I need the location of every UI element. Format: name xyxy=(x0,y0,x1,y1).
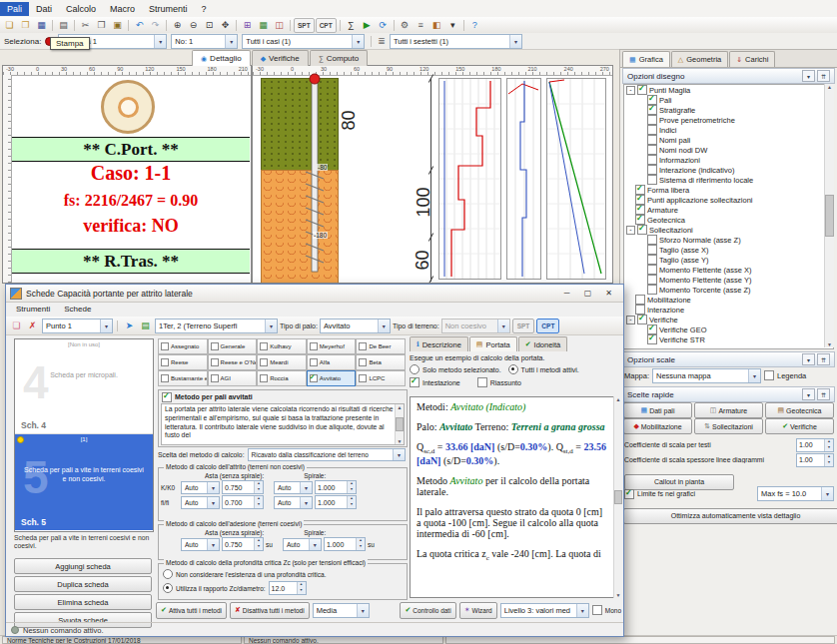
save-icon[interactable]: ▦ xyxy=(34,19,49,32)
checkbox[interactable] xyxy=(260,358,268,366)
tab-dettaglio[interactable]: ◉Dettaglio xyxy=(192,50,251,66)
method-assegnato[interactable]: Assegnato xyxy=(158,338,208,354)
strato-icon[interactable]: ▤ xyxy=(138,320,153,332)
geotecnica-button[interactable]: ▤Geotecnica xyxy=(765,402,834,418)
checkbox[interactable] xyxy=(647,165,657,175)
max-fs-select[interactable]: Max fs = 10.0 ▾ xyxy=(757,486,834,501)
sidebar-tab-carichi[interactable]: ⇓Carichi xyxy=(729,51,775,67)
riassunto-checkbox[interactable] xyxy=(477,377,487,387)
vai-icon[interactable]: ➤ xyxy=(122,320,137,332)
dialog-menu-schede[interactable]: Schede xyxy=(58,304,97,315)
tree-item-verifiche-str[interactable]: Verifiche STR xyxy=(624,334,833,344)
coeff-testi-spinner[interactable]: 1.00 ▲▼ xyxy=(796,438,834,452)
auto-select[interactable]: Auto▾ xyxy=(181,538,220,551)
tree-item-taglio-asse-x[interactable]: Taglio (asse X) xyxy=(624,245,833,255)
method-generale[interactable]: Generale xyxy=(208,338,258,354)
checkbox[interactable] xyxy=(647,285,657,295)
spinner-arrows[interactable]: ▲▼ xyxy=(297,582,306,594)
cpt-toggle[interactable]: CPT xyxy=(316,18,337,33)
grid-icon[interactable]: ⊞ xyxy=(240,19,255,32)
table-icon[interactable]: ▦ xyxy=(256,19,271,32)
checkbox[interactable] xyxy=(310,342,318,350)
method-meardi[interactable]: Meardi xyxy=(257,354,307,370)
menu-macro[interactable]: Macro xyxy=(103,2,142,16)
checkbox[interactable] xyxy=(359,374,367,382)
casi-select[interactable]: Tutti i casi (1) ▾ xyxy=(242,34,365,49)
media-select[interactable]: Media ▾ xyxy=(313,603,370,618)
auto-select[interactable]: Auto▾ xyxy=(274,481,313,494)
duplica-scheda-button[interactable]: Duplica scheda xyxy=(14,576,152,592)
help-icon[interactable]: ? xyxy=(467,19,482,32)
method-reese-e-o-neill[interactable]: Reese e O'Neill xyxy=(208,354,258,370)
method-agi[interactable]: AGI xyxy=(208,370,258,386)
tree-item-sforzo-normale-asse-z[interactable]: Sforzo Normale (asse Z) xyxy=(624,235,833,245)
value-spinner[interactable]: 0.750▲▼ xyxy=(222,480,264,494)
result-tab-descrizione[interactable]: ℹDescrizione xyxy=(410,336,468,351)
spt-toggle[interactable]: SPT xyxy=(294,18,315,33)
verifiche-button[interactable]: ✔Verifiche xyxy=(765,418,834,434)
checkbox[interactable] xyxy=(161,374,169,382)
mono-checkbox[interactable] xyxy=(592,605,602,615)
run-icon[interactable]: ▶ xyxy=(360,19,375,32)
scrollbar[interactable]: ▲▼ xyxy=(395,404,404,444)
tree-scrollbar[interactable]: ▲ ▼ xyxy=(824,84,834,347)
auto-select[interactable]: Auto▾ xyxy=(283,538,322,551)
checkbox[interactable] xyxy=(647,105,657,115)
tipo-palo-select[interactable]: Avvitato ▾ xyxy=(320,319,391,333)
checkbox[interactable] xyxy=(211,342,219,350)
mappa-select[interactable]: Nessuna mappa ▾ xyxy=(652,368,761,383)
sidebar-tab-geometria[interactable]: △Geometria xyxy=(671,51,728,67)
spinner-arrows[interactable]: ▲▼ xyxy=(254,481,263,493)
menu-dati[interactable]: Dati xyxy=(29,2,59,16)
settings-icon[interactable]: ⚙ xyxy=(398,19,413,32)
value-spinner[interactable]: 1.000▲▼ xyxy=(315,480,357,494)
cut-icon[interactable]: ✂ xyxy=(78,19,93,32)
dialog-menu-strumenti[interactable]: Strumenti xyxy=(10,304,56,315)
checkbox[interactable] xyxy=(647,255,657,265)
method-de-beer[interactable]: De Beer xyxy=(356,338,406,354)
tree-item-interazione[interactable]: Interazione xyxy=(624,305,833,315)
checkbox[interactable] xyxy=(310,374,318,382)
mobilitazione-button[interactable]: ◆Mobilitazione xyxy=(623,418,692,434)
tree-item-sistema-di-riferimento-locale[interactable]: Sistema di riferimento locale xyxy=(624,175,833,185)
dialog-titlebar[interactable]: Schede Capacità portante per attrito lat… xyxy=(6,285,623,303)
tipo-terreno-select[interactable]: Non coesivo ▾ xyxy=(441,319,510,333)
livello-select[interactable]: Livello 3: valori med ▾ xyxy=(500,603,589,618)
tree-item-taglio-asse-y[interactable]: Taglio (asse Y) xyxy=(624,255,833,265)
spinner-arrows[interactable]: ▲▼ xyxy=(356,538,365,550)
section-scelte-rapide[interactable]: Scelte rapide ▾ ⇈ xyxy=(622,386,835,402)
checkbox[interactable] xyxy=(359,342,367,350)
solo-metodo-radio[interactable] xyxy=(410,364,419,374)
checkbox[interactable] xyxy=(647,145,657,155)
checkbox[interactable] xyxy=(211,358,219,366)
result-tab-idoneita[interactable]: ✔Idoneità xyxy=(518,336,568,351)
expand-icon[interactable]: - xyxy=(626,316,635,324)
layers-icon[interactable]: ≡ xyxy=(414,19,428,32)
checkbox[interactable] xyxy=(635,295,645,305)
method-kulhavy[interactable]: Kulhavy xyxy=(257,338,307,354)
elimina-scheda-button[interactable]: Elimina scheda xyxy=(14,594,152,610)
tree-item-mobilitazione[interactable]: Mobilitazione xyxy=(624,295,833,305)
intestazione-checkbox[interactable] xyxy=(410,377,419,387)
value-spinner[interactable]: 1.000▲▼ xyxy=(324,537,366,551)
expand-icon[interactable]: - xyxy=(626,86,635,95)
diagram-icon[interactable]: ◫ xyxy=(272,19,287,32)
scroll-down-icon[interactable]: ▼ xyxy=(827,341,832,347)
tree-item-interazione-indicativo[interactable]: Interazione (indicativo) xyxy=(624,165,833,175)
value-spinner[interactable]: 0.750▲▼ xyxy=(222,537,264,551)
schede-icon[interactable]: ❏ xyxy=(9,320,24,332)
tree-item-momento-torcente-asse-z[interactable]: Momento Torcente (asse Z) xyxy=(624,285,833,295)
menu-strumenti[interactable]: Strumenti xyxy=(142,2,195,16)
method-avvitato[interactable]: Avvitato xyxy=(307,370,357,386)
checkbox[interactable] xyxy=(647,265,657,275)
tree-item-indici[interactable]: Indici xyxy=(624,125,833,135)
menu-calcolo[interactable]: Calcolo xyxy=(59,2,103,16)
disattiva-tutti-button[interactable]: ✘ Disattiva tutti i metodi xyxy=(230,602,310,619)
scheda-item-4[interactable]: [Non in uso] 4 Scheda per micropali. Sch… xyxy=(15,339,153,434)
auto-select[interactable]: Auto▾ xyxy=(181,496,220,509)
scroll-up-icon[interactable]: ▲ xyxy=(827,84,832,90)
zoom-out-icon[interactable]: ⊖ xyxy=(186,19,201,32)
tree-item-forma-libera[interactable]: Forma libera xyxy=(624,185,833,195)
tree-item-momento-flettente-asse-y[interactable]: Momento Flettente (asse Y) xyxy=(624,275,833,285)
new-file-icon[interactable]: ❏ xyxy=(2,19,17,32)
